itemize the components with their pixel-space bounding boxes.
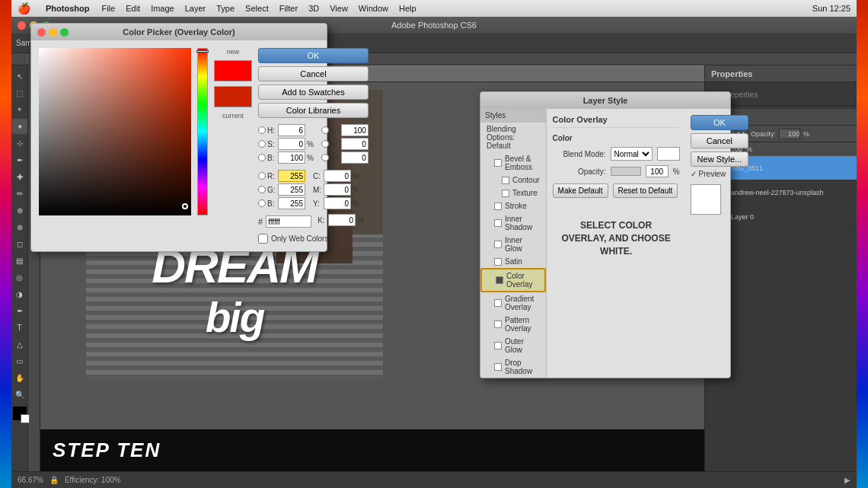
- tool-eraser[interactable]: ◻: [12, 236, 27, 251]
- b3-input[interactable]: [278, 197, 305, 209]
- tool-eyedropper[interactable]: ✒: [12, 152, 27, 167]
- blend-mode-select-ls[interactable]: Normal: [611, 147, 653, 161]
- opacity-value-ls[interactable]: [646, 165, 669, 177]
- tool-brush[interactable]: ✏: [12, 186, 27, 201]
- menu-3d[interactable]: 3D: [308, 4, 319, 13]
- instruction-text: SELECT COLOR OVERLAY, AND CHOOSE WHITE.: [553, 213, 680, 263]
- drop-shadow-item[interactable]: Drop Shadow: [480, 356, 546, 378]
- tool-text[interactable]: T: [12, 320, 27, 335]
- contour-item[interactable]: Contour: [480, 174, 546, 187]
- tool-magic-wand[interactable]: ✦: [12, 119, 27, 134]
- b-radio[interactable]: [258, 154, 266, 161]
- tool-dodge[interactable]: ◑: [12, 286, 27, 301]
- menu-select[interactable]: Select: [245, 4, 269, 13]
- texture-item[interactable]: Texture: [480, 187, 546, 199]
- color-overlay-item[interactable]: Color Overlay: [480, 268, 546, 292]
- l-input[interactable]: [341, 124, 369, 136]
- y-input[interactable]: [324, 197, 351, 209]
- s-input[interactable]: [278, 138, 305, 150]
- outer-glow-item[interactable]: Outer Glow: [480, 335, 546, 356]
- only-web-checkbox[interactable]: [258, 234, 268, 244]
- reset-to-default-button[interactable]: Reset to Default: [613, 183, 678, 198]
- tool-marquee[interactable]: ⬚: [12, 85, 27, 100]
- apple-menu[interactable]: 🍎: [18, 2, 30, 14]
- b2-radio[interactable]: [321, 154, 329, 161]
- new-color-swatch[interactable]: [214, 60, 252, 81]
- dialog-maximize[interactable]: [60, 28, 69, 37]
- bg-color[interactable]: [21, 414, 30, 423]
- tool-history[interactable]: ⊗: [12, 219, 27, 234]
- fg-color[interactable]: [13, 407, 27, 420]
- color-swatch-ls[interactable]: [657, 147, 680, 161]
- inner-glow-item[interactable]: Inner Glow: [480, 234, 546, 255]
- dialog-close[interactable]: [37, 28, 46, 37]
- menu-window[interactable]: Window: [359, 4, 388, 13]
- hue-slider[interactable]: [197, 48, 208, 215]
- b2-label: b:: [330, 154, 340, 162]
- hex-input[interactable]: [266, 215, 311, 228]
- menu-image[interactable]: Image: [151, 4, 174, 13]
- cp-add-swatches-button[interactable]: Add to Swatches: [258, 85, 369, 100]
- ls-ok-button[interactable]: OK: [691, 115, 749, 130]
- close-button[interactable]: [18, 21, 26, 30]
- color-label: Color: [553, 134, 680, 142]
- current-color-swatch[interactable]: [214, 86, 252, 107]
- cp-ok-button[interactable]: OK: [258, 48, 369, 63]
- k-input[interactable]: [328, 214, 356, 226]
- dialog-minimize[interactable]: [49, 28, 57, 37]
- inner-shadow-item[interactable]: Inner Shadow: [480, 212, 546, 234]
- menu-view[interactable]: View: [330, 4, 348, 13]
- h-radio[interactable]: [258, 126, 266, 134]
- menu-layer[interactable]: Layer: [185, 4, 206, 13]
- r-radio[interactable]: [258, 172, 266, 180]
- l-radio[interactable]: [321, 126, 329, 134]
- menu-filter[interactable]: Filter: [279, 4, 298, 13]
- satin-item[interactable]: Satin: [480, 255, 546, 268]
- m-input[interactable]: [324, 183, 351, 196]
- menu-edit[interactable]: Edit: [126, 4, 140, 13]
- b3-radio[interactable]: [258, 199, 266, 207]
- blending-options-item[interactable]: Blending Options: Default: [480, 123, 546, 152]
- b-input[interactable]: [278, 152, 305, 164]
- b2-input[interactable]: [341, 152, 369, 164]
- bevel-emboss-item[interactable]: Bevel & Emboss: [480, 152, 546, 174]
- tool-pen[interactable]: ✒: [12, 303, 27, 318]
- pattern-overlay-item[interactable]: Pattern Overlay: [480, 314, 546, 335]
- opacity-input[interactable]: [779, 129, 800, 139]
- c-input[interactable]: [324, 170, 351, 182]
- tool-zoom[interactable]: 🔍: [12, 387, 27, 402]
- cp-cancel-button[interactable]: Cancel: [258, 66, 369, 81]
- ls-new-style-button[interactable]: New Style...: [691, 152, 749, 167]
- menu-help[interactable]: Help: [399, 4, 416, 13]
- tool-clone[interactable]: ⊕: [12, 203, 27, 218]
- tool-hand[interactable]: ✋: [12, 370, 27, 385]
- stroke-item[interactable]: Stroke: [480, 199, 546, 212]
- menubar: 🍎 Photoshop File Edit Image Layer Type S…: [11, 0, 857, 17]
- tool-shape[interactable]: ▭: [12, 353, 27, 368]
- cp-color-libraries-button[interactable]: Color Libraries: [258, 103, 369, 118]
- menu-type[interactable]: Type: [216, 4, 235, 13]
- a-radio[interactable]: [321, 140, 329, 148]
- opacity-bar-ls[interactable]: [611, 167, 641, 176]
- tool-healing[interactable]: ✚: [12, 169, 27, 184]
- h-input[interactable]: [278, 124, 305, 136]
- rgb-col: R: G: B:: [258, 170, 305, 209]
- ls-cancel-button[interactable]: Cancel: [691, 133, 749, 148]
- gradient-overlay-item[interactable]: Gradient Overlay: [480, 292, 546, 314]
- g-input[interactable]: [278, 183, 305, 196]
- menu-file[interactable]: File: [101, 4, 115, 13]
- tool-blur[interactable]: ◎: [12, 270, 27, 285]
- h-label: H:: [267, 126, 276, 135]
- tool-move[interactable]: ↖: [12, 69, 27, 84]
- color-gradient-square[interactable]: [39, 48, 191, 215]
- tool-path[interactable]: △: [12, 336, 27, 352]
- r-input[interactable]: [278, 170, 305, 182]
- make-default-button[interactable]: Make Default: [553, 183, 608, 198]
- s-radio[interactable]: [258, 140, 266, 148]
- tool-lasso[interactable]: ⌖: [12, 102, 27, 117]
- tool-gradient[interactable]: ▤: [12, 253, 27, 268]
- app-name: Photoshop: [46, 4, 89, 13]
- g-radio[interactable]: [258, 186, 266, 193]
- a-input[interactable]: [341, 138, 369, 150]
- tool-crop[interactable]: ⊹: [12, 136, 27, 151]
